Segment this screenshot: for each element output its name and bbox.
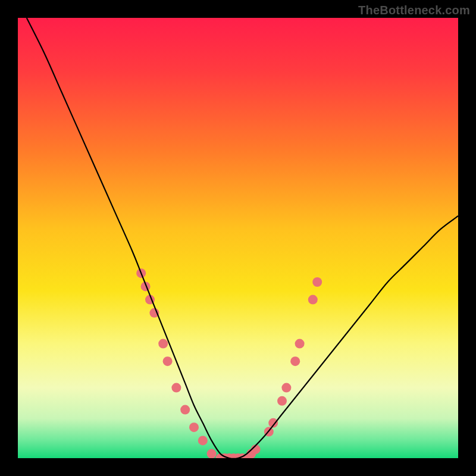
sample-dot <box>281 383 291 393</box>
sample-dot <box>163 356 173 366</box>
sample-dot <box>158 339 168 349</box>
watermark-text: TheBottleneck.com <box>358 4 470 17</box>
chart-frame: TheBottleneck.com <box>0 0 476 476</box>
sample-dot <box>180 405 190 415</box>
chart-svg <box>18 18 458 458</box>
sample-dot <box>295 339 305 349</box>
sample-dot <box>308 295 318 305</box>
sample-dot <box>290 356 300 366</box>
plot-area <box>18 18 458 458</box>
sample-dot <box>198 436 208 445</box>
sample-dot <box>171 383 181 393</box>
sample-dot <box>312 277 322 287</box>
sample-dot <box>277 396 287 406</box>
sample-dot <box>189 422 199 432</box>
gradient-rect <box>18 18 458 458</box>
sample-dot <box>207 449 217 458</box>
